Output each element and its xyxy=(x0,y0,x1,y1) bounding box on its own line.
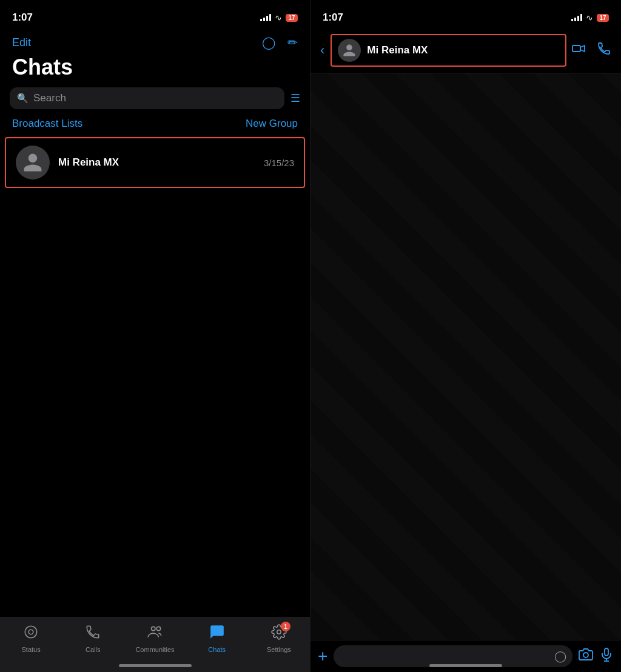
bar3r xyxy=(577,16,579,21)
bar4r xyxy=(580,14,582,21)
tab-status[interactable]: Status xyxy=(0,624,62,653)
compose-icon[interactable]: ✏ xyxy=(287,35,298,50)
chats-title-container: Chats xyxy=(0,52,310,87)
header-icons: ◯ ✏ xyxy=(262,35,298,50)
bar1r xyxy=(571,19,573,21)
bar2 xyxy=(263,18,265,21)
chat-header-left: Edit ◯ ✏ xyxy=(0,30,310,52)
svg-point-4 xyxy=(277,630,281,634)
chat-info-mi-reina: Mi Reina MX xyxy=(58,156,264,169)
svg-point-0 xyxy=(25,626,37,638)
battery-left: 17 xyxy=(286,14,298,22)
settings-icon-wrapper: 1 xyxy=(271,624,287,643)
call-icons-right xyxy=(571,41,611,59)
chats-icon-wrapper xyxy=(209,624,225,643)
signal-bars-left xyxy=(260,14,271,21)
tab-settings[interactable]: 1 Settings xyxy=(248,624,310,653)
camera-icon[interactable]: ◯ xyxy=(262,35,275,50)
sticker-icon: ◯ xyxy=(554,650,566,663)
bar3 xyxy=(266,16,268,21)
tab-label-chats: Chats xyxy=(208,646,226,653)
contact-name-right: Mi Reina MX xyxy=(367,44,428,56)
microphone-button[interactable] xyxy=(599,647,614,665)
status-bar-left: 1:07 ∿ 17 xyxy=(0,0,310,30)
person-icon-right xyxy=(342,43,357,58)
chat-list: Mi Reina MX 3/15/23 xyxy=(0,135,310,617)
chats-title: Chats xyxy=(12,55,298,80)
right-panel: 1:07 ∿ 17 ‹ Mi Reina MX xyxy=(310,0,621,672)
video-call-icon[interactable] xyxy=(571,41,586,59)
calls-icon xyxy=(85,627,101,643)
battery-right: 17 xyxy=(597,14,609,22)
status-icon xyxy=(23,627,39,643)
svg-point-3 xyxy=(156,627,161,631)
tab-chats[interactable]: Chats xyxy=(186,624,248,653)
communities-icon xyxy=(147,627,163,643)
avatar-contact-right xyxy=(338,39,361,62)
signal-bars-right xyxy=(571,14,582,21)
home-indicator-left xyxy=(119,664,192,667)
camera-button[interactable] xyxy=(579,647,593,665)
chat-name-mi-reina: Mi Reina MX xyxy=(58,156,119,168)
svg-marker-6 xyxy=(580,45,585,52)
calls-icon-wrapper xyxy=(85,624,101,643)
edit-button[interactable]: Edit xyxy=(12,36,31,49)
status-icons-right: ∿ 17 xyxy=(571,13,609,22)
bar4 xyxy=(269,14,271,21)
time-left: 1:07 xyxy=(12,12,33,24)
person-icon xyxy=(22,152,44,173)
search-placeholder-text: Search xyxy=(33,92,66,104)
tab-label-calls: Calls xyxy=(86,646,100,653)
new-group-button[interactable]: New Group xyxy=(246,118,298,130)
status-bar-right: 1:07 ∿ 17 xyxy=(310,0,621,30)
chat-header-right: ‹ Mi Reina MX xyxy=(310,30,621,73)
avatar-mi-reina xyxy=(16,146,50,180)
communities-icon-wrapper xyxy=(147,624,163,643)
time-right: 1:07 xyxy=(323,12,343,24)
left-panel: 1:07 ∿ 17 Edit ◯ ✏ Chats 🔍 Search ☰ xyxy=(0,0,310,672)
add-attachment-button[interactable]: + xyxy=(318,647,327,666)
filter-icon[interactable]: ☰ xyxy=(290,92,300,105)
search-icon: 🔍 xyxy=(17,93,29,104)
broadcast-lists-button[interactable]: Broadcast Lists xyxy=(12,118,82,130)
svg-rect-5 xyxy=(572,45,580,52)
bar1 xyxy=(260,19,262,21)
phone-call-icon[interactable] xyxy=(597,41,611,59)
chat-input-bar: + ◯ xyxy=(310,640,621,672)
status-icon-wrapper xyxy=(23,624,39,643)
chat-date-mi-reina: 3/15/23 xyxy=(264,158,294,168)
svg-point-1 xyxy=(29,630,33,634)
tab-label-settings: Settings xyxy=(267,646,291,653)
chats-tab-icon xyxy=(209,627,225,643)
back-button[interactable]: ‹ xyxy=(320,42,324,58)
home-indicator-right xyxy=(429,664,502,667)
tab-calls[interactable]: Calls xyxy=(62,624,124,653)
settings-badge: 1 xyxy=(281,622,290,631)
chat-body xyxy=(310,73,621,640)
svg-point-2 xyxy=(151,627,155,631)
svg-rect-8 xyxy=(605,648,608,656)
status-icons-left: ∿ 17 xyxy=(260,13,298,22)
tab-label-communities: Communities xyxy=(135,646,174,653)
tab-label-status: Status xyxy=(22,646,41,653)
bar2r xyxy=(574,18,576,21)
search-bar-container: 🔍 Search ☰ xyxy=(0,87,310,109)
search-bar[interactable]: 🔍 Search xyxy=(10,87,284,109)
tab-bar: Status Calls xyxy=(0,617,310,672)
contact-info-highlighted[interactable]: Mi Reina MX xyxy=(331,34,566,67)
wifi-icon-left: ∿ xyxy=(275,13,282,22)
tab-communities[interactable]: Communities xyxy=(124,624,186,653)
wifi-icon-right: ∿ xyxy=(586,13,593,22)
chat-item-mi-reina[interactable]: Mi Reina MX 3/15/23 xyxy=(5,137,305,188)
chat-actions: Broadcast Lists New Group xyxy=(0,109,310,135)
svg-point-7 xyxy=(583,653,588,657)
